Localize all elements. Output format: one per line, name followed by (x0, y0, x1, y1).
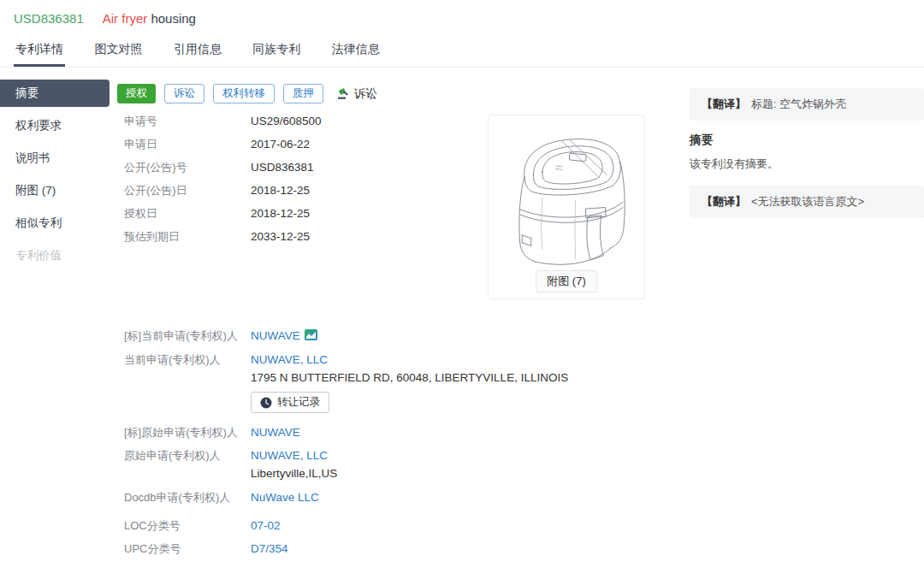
applicant-row-docdb: Docdb申请(专利权)人 NuWave LLC (124, 489, 568, 506)
field-label: 当前申请(专利权)人 (124, 352, 251, 414)
sidebar-item-figures[interactable]: 附图 (7) (0, 177, 110, 204)
classification-section: LOC分类号 07-02 UPC分类号 D7/354 (124, 518, 288, 564)
abstract-heading: 摘要 (690, 133, 924, 148)
classification-row-loc: LOC分类号 07-02 (124, 518, 288, 534)
original-applicant-address: Libertyville,IL,US (251, 465, 337, 482)
current-applicant-link[interactable]: NUWAVE, LLC (251, 353, 328, 366)
field-label: [标]当前申请(专利权)人 (124, 328, 251, 345)
current-std-applicant-link[interactable]: NUWAVE (251, 329, 300, 342)
tab-citations[interactable]: 引用信息 (172, 34, 223, 67)
clock-icon (260, 397, 272, 409)
litigation-gavel-icon (337, 87, 350, 100)
field-label: LOC分类号 (124, 518, 251, 534)
field-label: Docdb申请(专利权)人 (124, 489, 251, 506)
bibliographic-fields: 申请号 US29/608500 申请日 2017-06-22 公开(公告)号 U… (124, 114, 322, 252)
grant-date: 2018-12-25 (251, 206, 310, 222)
field-label: 原始申请(专利权)人 (124, 447, 251, 482)
section-sidebar: 摘要 权利要求 说明书 附图 (7) 相似专利 专利价值 (0, 80, 110, 275)
patent-title-rest: housing (147, 11, 196, 26)
translated-title-text: 标题: 空气炸锅外壳 (751, 97, 846, 110)
field-row: 预估到期日 2033-12-25 (124, 229, 322, 245)
tab-bar: 专利详情 图文对照 引用信息 同族专利 法律信息 (0, 34, 924, 68)
field-row: 申请号 US29/608500 (124, 114, 322, 129)
sidebar-item-patent-value: 专利价值 (0, 242, 110, 269)
applicant-row-current-std: [标]当前申请(专利权)人 NUWAVE (124, 328, 568, 345)
pledge-badge[interactable]: 质押 (283, 84, 323, 103)
classification-row-upc: UPC分类号 D7/354 (124, 541, 288, 557)
current-applicant-address: 1795 N BUTTERFIELD RD, 60048, LIBERTYVIL… (251, 369, 568, 387)
publication-number: USD836381 (251, 160, 314, 175)
transfer-record-label: 转让记录 (277, 395, 320, 410)
sidebar-item-description[interactable]: 说明书 (0, 145, 110, 172)
patent-figure-card[interactable]: 附图 (7) (488, 115, 645, 299)
field-row: 公开(公告)日 2018-12-25 (124, 183, 322, 198)
tab-image-text[interactable]: 图文对照 (92, 34, 144, 67)
field-label: 申请号 (124, 114, 251, 129)
status-badges-row: 授权 诉讼 权利转移 质押 诉讼 (117, 84, 377, 103)
application-date: 2017-06-22 (251, 137, 310, 152)
field-label: UPC分类号 (124, 541, 251, 557)
transfer-record-button[interactable]: 转让记录 (251, 392, 329, 413)
rights-transfer-badge[interactable]: 权利转移 (213, 84, 275, 103)
patent-number: USD836381 (14, 11, 84, 26)
original-applicant-link[interactable]: NUWAVE, LLC (251, 449, 328, 462)
abstract-text: 该专利没有摘要。 (690, 157, 924, 172)
application-number: US29/608500 (251, 114, 322, 129)
litigation-link[interactable]: 诉讼 (337, 86, 377, 102)
company-trend-chart-icon[interactable] (305, 328, 317, 341)
page-header: USD836381Air fryer housing (14, 11, 196, 26)
field-label: 公开(公告)号 (124, 160, 251, 175)
estimated-expiry-date: 2033-12-25 (251, 229, 310, 245)
publication-date: 2018-12-25 (251, 183, 310, 198)
tab-family[interactable]: 同族专利 (251, 34, 302, 67)
docdb-applicant-link[interactable]: NuWave LLC (251, 491, 319, 504)
translation-tag: 【翻译】 (702, 97, 746, 110)
upc-class-link[interactable]: D7/354 (251, 542, 288, 555)
litigation-badge[interactable]: 诉讼 (164, 84, 204, 103)
translated-title-box: 【翻译】标题: 空气炸锅外壳 (690, 88, 924, 121)
figure-count-button[interactable]: 附图 (7) (536, 270, 597, 292)
original-language-box: 【翻译】<无法获取该语言原文> (690, 186, 924, 218)
field-label: 申请日 (124, 137, 251, 152)
sidebar-item-abstract[interactable]: 摘要 (0, 80, 110, 107)
patent-detail-page: USD836381Air fryer housing 专利详情 图文对照 引用信… (0, 0, 924, 579)
original-std-applicant-link[interactable]: NUWAVE (251, 426, 300, 439)
tab-patent-detail[interactable]: 专利详情 (14, 34, 65, 67)
patent-title-highlight: Air fryer (103, 11, 148, 26)
loc-class-link[interactable]: 07-02 (251, 519, 281, 532)
sidebar-item-claims[interactable]: 权利要求 (0, 112, 110, 139)
tab-legal[interactable]: 法律信息 (330, 34, 382, 67)
applicant-row-original: 原始申请(专利权)人 NUWAVE, LLC Libertyville,IL,U… (124, 447, 568, 482)
applicant-row-original-std: [标]原始申请(专利权)人 NUWAVE (124, 424, 568, 441)
field-row: 公开(公告)号 USD836381 (124, 160, 322, 175)
field-row: 申请日 2017-06-22 (124, 137, 322, 152)
sidebar-item-similar-patents[interactable]: 相似专利 (0, 210, 110, 237)
field-label: [标]原始申请(专利权)人 (124, 424, 251, 441)
field-label: 授权日 (124, 206, 251, 222)
litigation-link-label: 诉讼 (354, 86, 377, 102)
abstract-panel: 【翻译】标题: 空气炸锅外壳 摘要 该专利没有摘要。 【翻译】<无法获取该语言原… (690, 88, 924, 218)
air-fryer-line-drawing (503, 122, 631, 273)
translation-tag: 【翻译】 (702, 195, 746, 208)
original-language-text: <无法获取该语言原文> (751, 195, 864, 208)
applicants-section: [标]当前申请(专利权)人 NUWAVE 当前申请(专利权)人 NUWAVE, … (124, 328, 568, 506)
field-label: 公开(公告)日 (124, 183, 251, 198)
granted-badge: 授权 (117, 84, 156, 103)
field-row: 授权日 2018-12-25 (124, 206, 322, 222)
field-label: 预估到期日 (124, 229, 251, 245)
applicant-row-current: 当前申请(专利权)人 NUWAVE, LLC 1795 N BUTTERFIEL… (124, 352, 568, 414)
